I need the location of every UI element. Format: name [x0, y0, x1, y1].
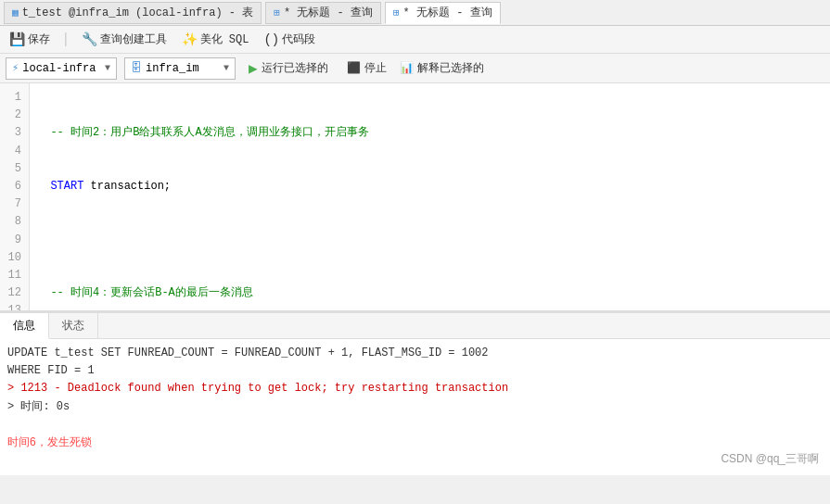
- tab-status-label: 状态: [62, 318, 84, 334]
- table-icon: ▦: [12, 6, 19, 19]
- line-num-11: 11: [7, 267, 21, 284]
- play-icon: ▶: [249, 59, 258, 78]
- separator1: |: [61, 32, 70, 48]
- code-snippet-button[interactable]: () 代码段: [260, 30, 319, 49]
- stop-icon: ⬛: [347, 61, 361, 75]
- line-numbers: 1 2 3 4 5 6 7 8 9 10 11 12 13: [0, 83, 30, 310]
- tab-query2-label: * 无标题 - 查询: [403, 5, 492, 20]
- stop-label: 停止: [364, 60, 387, 76]
- code-line-2: START transaction;: [37, 178, 823, 195]
- bottom-panel: 信息 状态 UPDATE t_test SET FUNREAD_COUNT = …: [0, 313, 830, 475]
- run-button[interactable]: ▶ 运行已选择的: [243, 57, 334, 80]
- explain-button[interactable]: 📊 解释已选择的: [400, 60, 484, 76]
- line-num-10: 10: [7, 249, 21, 267]
- toolbar2: ⚡ local-infra ▼ 🗄 infra_im ▼ ▶ 运行已选择的 ⬛ …: [0, 54, 830, 83]
- query-builder-label: 查询创建工具: [100, 32, 167, 47]
- query-builder-button[interactable]: 🔧 查询创建工具: [78, 30, 171, 49]
- tab-status[interactable]: 状态: [49, 313, 98, 338]
- query-icon-2: ⊞: [393, 6, 400, 19]
- line-num-3: 3: [7, 124, 21, 142]
- toolbar1: 💾 保存 | 🔧 查询创建工具 ✨ 美化 SQL () 代码段: [0, 26, 830, 54]
- query-builder-icon: 🔧: [82, 32, 97, 47]
- title-bar: ▦ t_test @infra_im (local-infra) - 表 ⊞ *…: [0, 0, 830, 26]
- watermark: CSDN @qq_三哥啊: [721, 450, 819, 468]
- line-num-13: 13: [7, 302, 21, 313]
- database-label: infra_im: [146, 62, 199, 75]
- tab-query1-label: * 无标题 - 查询: [284, 5, 373, 20]
- line-num-5: 5: [7, 160, 21, 178]
- line-num-8: 8: [7, 213, 21, 231]
- connection-dropdown[interactable]: ⚡ local-infra ▼: [6, 57, 117, 80]
- save-icon: 💾: [9, 32, 25, 47]
- database-icon: 🗄: [131, 61, 142, 75]
- code-line-4: -- 时间4：更新会话B-A的最后一条消息: [37, 284, 823, 302]
- beautify-button[interactable]: ✨ 美化 SQL: [178, 30, 253, 49]
- tab-info[interactable]: 信息: [0, 313, 49, 339]
- output-line-3: > 1213 - Deadlock found when trying to g…: [7, 380, 823, 397]
- tab-table[interactable]: ▦ t_test @infra_im (local-infra) - 表: [4, 2, 262, 24]
- tab-table-label: t_test @infra_im (local-infra) - 表: [22, 5, 254, 20]
- line-num-9: 9: [7, 232, 21, 249]
- chinese-label: 时间6，发生死锁: [7, 435, 92, 448]
- code-line-3: [37, 232, 823, 249]
- line-num-4: 4: [7, 143, 21, 160]
- code-editor[interactable]: -- 时间2：用户B给其联系人A发消息，调用业务接口，开启事务 START tr…: [30, 83, 830, 310]
- line-num-6: 6: [7, 178, 21, 195]
- bottom-output: UPDATE t_test SET FUNREAD_COUNT = FUNREA…: [0, 339, 830, 475]
- bottom-tab-bar: 信息 状态: [0, 313, 830, 339]
- output-line-2: WHERE FID = 1: [7, 362, 823, 380]
- database-dropdown[interactable]: 🗄 infra_im ▼: [124, 57, 236, 80]
- explain-label: 解释已选择的: [417, 60, 484, 76]
- beautify-label: 美化 SQL: [200, 32, 249, 47]
- code-line-1: -- 时间2：用户B给其联系人A发消息，调用业务接口，开启事务: [37, 124, 823, 142]
- code-snippet-label: 代码段: [282, 32, 315, 47]
- output-line-1: UPDATE t_test SET FUNREAD_COUNT = FUNREA…: [7, 345, 823, 362]
- save-button[interactable]: 💾 保存: [6, 30, 54, 49]
- run-label: 运行已选择的: [262, 60, 328, 76]
- brush-icon: ✨: [182, 32, 198, 47]
- database-arrow-icon: ▼: [223, 63, 229, 73]
- editor-container: 1 2 3 4 5 6 7 8 9 10 11 12 13 -- 时间2：用户B…: [0, 83, 830, 313]
- line-num-2: 2: [7, 107, 21, 124]
- explain-icon: 📊: [400, 61, 414, 75]
- line-num-12: 12: [7, 284, 21, 302]
- tab-query2[interactable]: ⊞ * 无标题 - 查询: [385, 2, 501, 24]
- line-num-7: 7: [7, 195, 21, 213]
- save-label: 保存: [28, 32, 50, 47]
- output-line-4: > 时间: 0s: [7, 398, 823, 416]
- tab-query1[interactable]: ⊞ * 无标题 - 查询: [265, 2, 381, 24]
- stop-button[interactable]: ⬛ 停止: [341, 58, 392, 78]
- tab-info-label: 信息: [13, 318, 35, 334]
- query-icon-1: ⊞: [274, 6, 280, 19]
- connection-icon: ⚡: [12, 61, 19, 75]
- code-icon: (): [263, 32, 279, 47]
- line-num-1: 1: [7, 89, 21, 107]
- connection-label: local-infra: [22, 62, 96, 75]
- connection-arrow-icon: ▼: [105, 63, 110, 73]
